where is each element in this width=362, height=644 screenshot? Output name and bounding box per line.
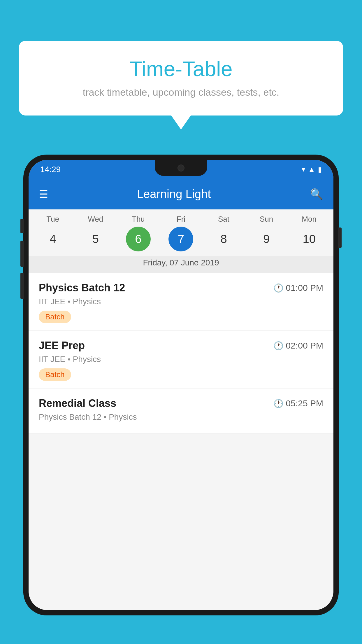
schedule-item-1-sub: IIT JEE • Physics xyxy=(39,297,323,306)
phone-outer: 14:29 ▾ ▲ ▮ ☰ Learning Light 🔍 Tue Wed T… xyxy=(23,155,339,615)
phone-notch xyxy=(155,160,207,176)
clock-icon-2: 🕐 xyxy=(273,341,284,351)
phone-side-btn-right xyxy=(338,228,342,248)
schedule-item-1-time-text: 01:00 PM xyxy=(286,283,323,293)
day-9[interactable]: 9 xyxy=(254,227,279,251)
schedule-item-3-sub: Physics Batch 12 • Physics xyxy=(39,412,323,422)
speech-bubble: Time-Table track timetable, upcoming cla… xyxy=(19,41,343,116)
calendar-header: Tue Wed Thu Fri Sat Sun Mon 4 5 6 7 8 9 … xyxy=(29,209,333,273)
schedule-item-3-time-text: 05:25 PM xyxy=(286,398,323,408)
selected-date-label: Friday, 07 June 2019 xyxy=(29,256,333,273)
schedule-item-2-time-text: 02:00 PM xyxy=(286,341,323,351)
phone-container: 14:29 ▾ ▲ ▮ ☰ Learning Light 🔍 Tue Wed T… xyxy=(23,155,339,644)
day-name-wed: Wed xyxy=(77,215,115,224)
day-names-row: Tue Wed Thu Fri Sat Sun Mon xyxy=(29,215,333,224)
wifi-icon: ▾ xyxy=(302,165,305,174)
day-name-tue: Tue xyxy=(34,215,72,224)
signal-icon: ▲ xyxy=(308,165,315,174)
phone-camera xyxy=(178,164,184,172)
battery-icon: ▮ xyxy=(318,165,322,174)
day-5[interactable]: 5 xyxy=(83,227,108,251)
batch-badge-2: Batch xyxy=(39,368,71,381)
schedule-item-2[interactable]: JEE Prep 🕐 02:00 PM IIT JEE • Physics Ba… xyxy=(29,331,333,388)
day-6-today[interactable]: 6 xyxy=(126,227,151,251)
phone-side-btn-left-3 xyxy=(20,273,24,299)
day-10[interactable]: 10 xyxy=(297,227,321,251)
schedule-item-2-time: 🕐 02:00 PM xyxy=(273,341,323,351)
hamburger-icon[interactable]: ☰ xyxy=(39,189,48,200)
day-7-selected[interactable]: 7 xyxy=(168,227,193,251)
day-4[interactable]: 4 xyxy=(41,227,65,251)
schedule-item-1-header: Physics Batch 12 🕐 01:00 PM xyxy=(39,282,323,294)
schedule-item-1-time: 🕐 01:00 PM xyxy=(273,283,323,293)
day-8[interactable]: 8 xyxy=(211,227,236,251)
schedule-item-2-title: JEE Prep xyxy=(39,340,85,352)
schedule-item-3-header: Remedial Class 🕐 05:25 PM xyxy=(39,397,323,410)
schedule-item-3[interactable]: Remedial Class 🕐 05:25 PM Physics Batch … xyxy=(29,388,333,434)
schedule-item-3-time: 🕐 05:25 PM xyxy=(273,398,323,408)
speech-bubble-container: Time-Table track timetable, upcoming cla… xyxy=(19,41,343,116)
day-name-fri: Fri xyxy=(162,215,200,224)
clock-icon-1: 🕐 xyxy=(273,283,284,293)
schedule-item-2-sub: IIT JEE • Physics xyxy=(39,355,323,364)
status-icons: ▾ ▲ ▮ xyxy=(302,165,322,174)
schedule-item-3-title: Remedial Class xyxy=(39,397,116,410)
day-numbers-row: 4 5 6 7 8 9 10 xyxy=(29,224,333,256)
app-title: Learning Light xyxy=(57,188,291,201)
phone-side-btn-left-1 xyxy=(20,219,24,233)
app-bar: ☰ Learning Light 🔍 xyxy=(29,179,333,209)
schedule-item-1-title: Physics Batch 12 xyxy=(39,282,125,294)
clock-icon-3: 🕐 xyxy=(273,399,284,408)
phone-side-btn-left-2 xyxy=(20,241,24,267)
schedule-item-1[interactable]: Physics Batch 12 🕐 01:00 PM IIT JEE • Ph… xyxy=(29,273,333,331)
schedule-list: Physics Batch 12 🕐 01:00 PM IIT JEE • Ph… xyxy=(29,273,333,434)
status-time: 14:29 xyxy=(40,165,61,174)
bubble-subtitle: track timetable, upcoming classes, tests… xyxy=(36,87,326,98)
day-name-sun: Sun xyxy=(247,215,285,224)
bubble-title: Time-Table xyxy=(36,57,326,81)
batch-badge-1: Batch xyxy=(39,311,71,323)
phone-screen: 14:29 ▾ ▲ ▮ ☰ Learning Light 🔍 Tue Wed T… xyxy=(29,160,333,610)
schedule-item-2-header: JEE Prep 🕐 02:00 PM xyxy=(39,340,323,352)
day-name-thu: Thu xyxy=(119,215,157,224)
search-icon[interactable]: 🔍 xyxy=(310,188,323,200)
day-name-mon: Mon xyxy=(290,215,328,224)
day-name-sat: Sat xyxy=(205,215,243,224)
